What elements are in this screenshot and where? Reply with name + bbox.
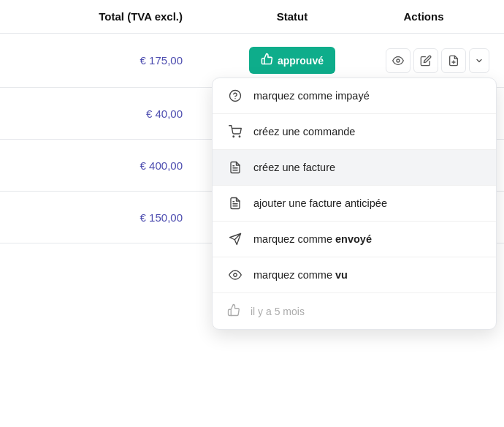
svg-point-3 [230,91,241,102]
cart-icon [227,124,243,140]
footer-time-label: il y a 5 mois [251,306,305,317]
dropdown-item-mark-unpaid[interactable]: marquez comme impayé [213,78,496,114]
dropdown-item-create-order[interactable]: créez une commande [213,114,496,150]
thumbs-up-icon [261,53,273,68]
svg-point-5 [233,136,234,137]
dropdown-toggle-button[interactable] [469,48,489,73]
row-amount-2: € 40,00 [15,107,226,120]
dropdown-footer: il y a 5 mois [213,293,496,329]
download-button[interactable] [441,48,466,73]
svg-point-0 [397,59,400,62]
dropdown-menu: marquez comme impayé créez une commande … [212,78,497,330]
dropdown-item-add-advance-invoice[interactable]: ajouter une facture anticipée [213,186,496,222]
mark-sent-label: marquez comme envoyé [253,233,372,245]
eye-icon [227,267,243,283]
advance-invoice-icon [227,195,243,211]
row-amount-3: € 400,00 [15,159,226,172]
row-actions-1 [358,48,489,73]
invoice-icon [227,159,243,175]
row-statut-1: approuvé [226,47,358,74]
table-container: Total (TVA excl.) Statut Actions € 175,0… [0,0,504,243]
create-invoice-label: créez une facture [253,162,335,173]
table-row: € 175,00 approuvé [0,34,504,88]
thumb-footer-icon [227,303,240,319]
send-icon [227,231,243,247]
header-statut: Statut [226,10,358,23]
add-advance-invoice-label: ajouter une facture anticipée [253,197,387,209]
header-actions: Actions [358,10,489,23]
dropdown-item-mark-seen[interactable]: marquez comme vu [213,257,496,293]
row-amount-4: € 150,00 [15,211,226,224]
mark-seen-label: marquez comme vu [253,269,348,281]
edit-button[interactable] [413,48,438,73]
header-total: Total (TVA excl.) [15,10,226,23]
svg-point-13 [234,273,237,277]
mark-unpaid-label: marquez comme impayé [253,90,370,102]
dropdown-item-create-invoice[interactable]: créez une facture [213,150,496,186]
row-amount-1: € 175,00 [15,54,226,67]
svg-point-6 [239,136,240,137]
view-button[interactable] [386,48,411,73]
dropdown-item-mark-sent[interactable]: marquez comme envoyé [213,222,496,257]
approved-label: approuvé [278,55,324,67]
table-header: Total (TVA excl.) Statut Actions [0,0,504,34]
question-icon [227,88,243,104]
create-order-label: créez une commande [253,126,355,137]
approved-button[interactable]: approuvé [249,47,335,74]
